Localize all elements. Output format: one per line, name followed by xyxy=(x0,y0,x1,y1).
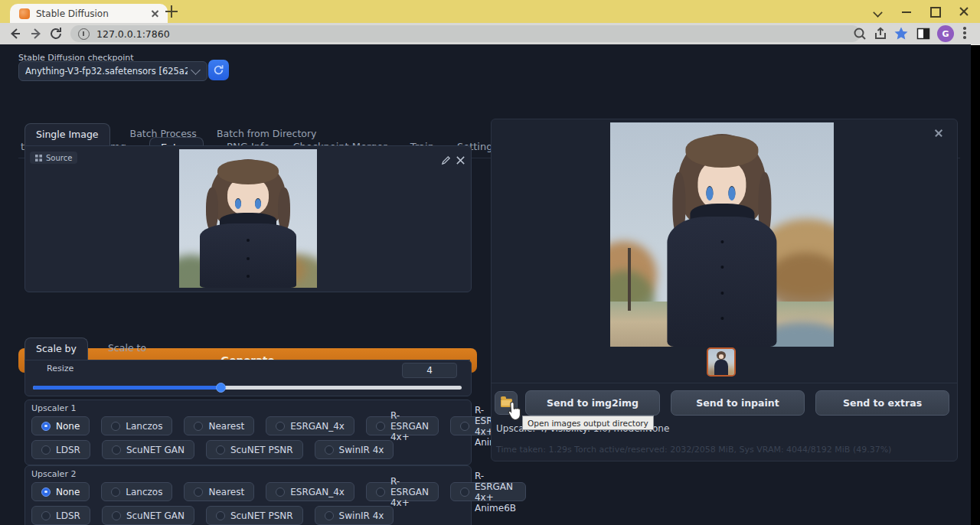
forward-button[interactable] xyxy=(28,26,44,41)
radio-icon xyxy=(276,488,285,497)
clear-image-icon[interactable] xyxy=(456,155,466,165)
source-image xyxy=(179,149,317,288)
upscaler2-option-resrgan-anime6b[interactable]: R-ESRGAN 4x+ Anime6B xyxy=(450,482,526,501)
radio-icon xyxy=(216,445,225,455)
window-close-button[interactable] xyxy=(959,6,969,17)
radio-icon xyxy=(460,488,469,497)
resize-value-input[interactable]: 4 xyxy=(402,363,457,378)
tab-scale-by[interactable]: Scale by xyxy=(24,338,88,360)
source-image-dropzone[interactable]: Source xyxy=(24,145,472,292)
window-maximize-button[interactable] xyxy=(929,6,940,17)
radio-icon xyxy=(111,488,120,497)
gallery-thumbnail-selected[interactable] xyxy=(707,347,736,377)
upscaler2-option-none[interactable]: None xyxy=(31,482,90,501)
gallery-close-icon[interactable] xyxy=(933,128,944,139)
result-image[interactable] xyxy=(610,122,834,347)
new-tab-button[interactable] xyxy=(165,5,178,18)
checkpoint-dropdown[interactable]: Anything-V3-fp32.safetensors [625a2ba2] xyxy=(18,61,207,81)
site-info-icon[interactable] xyxy=(78,28,90,40)
checkpoint-value: Anything-V3-fp32.safetensors [625a2ba2] xyxy=(25,66,188,77)
upscaler2-option-ldsr[interactable]: LDSR xyxy=(31,506,90,525)
gallery-divider xyxy=(492,383,957,383)
upscaler2-label: Upscaler 2 xyxy=(31,469,76,479)
radio-icon xyxy=(194,488,203,497)
upscaler1-option-nearest[interactable]: Nearest xyxy=(184,416,254,435)
radio-icon xyxy=(111,422,120,431)
share-icon[interactable] xyxy=(873,26,888,41)
tab-title: Stable Diffusion xyxy=(36,8,149,19)
resize-slider-handle[interactable] xyxy=(216,383,226,393)
upscaler2-option-scunet-psnr[interactable]: ScuNET PSNR xyxy=(206,506,303,525)
radio-icon xyxy=(41,445,51,455)
edit-image-icon[interactable] xyxy=(441,155,451,165)
radio-icon xyxy=(276,422,285,431)
upscaler2-panel: Upscaler 2 None Lanczos Nearest ESRGAN_4… xyxy=(24,465,472,525)
tooltip: Open images output directory xyxy=(522,416,654,430)
resize-panel: Resize 4 xyxy=(24,360,472,396)
back-button[interactable] xyxy=(8,26,23,41)
upscaler1-option-esrgan4x[interactable]: ESRGAN_4x xyxy=(266,416,354,435)
refresh-checkpoints-button[interactable] xyxy=(208,60,229,80)
reload-button[interactable] xyxy=(48,26,64,41)
radio-icon xyxy=(325,511,334,520)
browser-tab[interactable]: Stable Diffusion xyxy=(10,4,168,23)
tab-scale-to[interactable]: Scale to xyxy=(108,342,146,360)
radio-icon xyxy=(325,445,334,455)
window-minimize-button[interactable] xyxy=(901,6,912,17)
upscaler1-row2: LDSR ScuNET GAN ScuNET PSNR SwinIR 4x xyxy=(31,440,394,459)
send-to-inpaint-button[interactable]: Send to inpaint xyxy=(671,390,805,416)
upscaler1-option-lanczos[interactable]: Lanczos xyxy=(101,416,172,435)
upscaler2-option-lanczos[interactable]: Lanczos xyxy=(101,482,172,501)
upscaler2-option-scunet-gan[interactable]: ScuNET GAN xyxy=(102,506,194,525)
image-grid-icon xyxy=(35,155,42,161)
radio-on-icon xyxy=(41,488,51,497)
send-to-extras-button[interactable]: Send to extras xyxy=(815,390,949,416)
send-to-img2img-button[interactable]: Send to img2img xyxy=(525,390,660,416)
upscaler2-option-swinir4x[interactable]: SwinIR 4x xyxy=(315,506,394,525)
side-panel-icon[interactable] xyxy=(916,26,931,41)
subtab-batch-from-directory[interactable]: Batch from Directory xyxy=(217,128,317,145)
radio-icon xyxy=(460,422,469,431)
address-bar[interactable]: 127.0.0.1:7860 xyxy=(70,25,861,42)
radio-icon xyxy=(376,422,385,431)
browser-tab-strip: Stable Diffusion xyxy=(0,0,980,23)
radio-icon xyxy=(376,488,385,497)
browser-menu-icon[interactable] xyxy=(963,27,966,41)
radio-icon xyxy=(194,422,203,431)
window-menu-chevron-icon[interactable] xyxy=(872,6,883,17)
upscaler2-option-esrgan4x[interactable]: ESRGAN_4x xyxy=(266,482,354,501)
source-label: Source xyxy=(46,154,72,162)
radio-icon xyxy=(112,445,121,455)
tooltip-text: Open images output directory xyxy=(528,419,648,428)
subtab-single-image[interactable]: Single Image xyxy=(24,123,110,146)
upscaler1-option-swinir4x[interactable]: SwinIR 4x xyxy=(315,440,394,459)
profile-avatar[interactable]: G xyxy=(937,25,954,42)
bookmark-star-icon[interactable] xyxy=(893,26,909,41)
upscaler1-option-ldsr[interactable]: LDSR xyxy=(31,440,90,459)
screen: Stable Diffusion 127.0.0.1:7860 G Stable… xyxy=(0,0,980,525)
upscaler1-option-scunet-gan[interactable]: ScuNET GAN xyxy=(102,440,194,459)
resize-slider-fill xyxy=(33,386,220,390)
extras-subtabs: Single Image Batch Process Batch from Di… xyxy=(24,123,470,146)
radio-icon xyxy=(216,511,225,520)
upscaler2-row2: LDSR ScuNET GAN ScuNET PSNR SwinIR 4x xyxy=(31,506,394,525)
chevron-down-icon xyxy=(191,65,201,75)
refresh-icon xyxy=(213,64,224,76)
upscaler2-option-resrgan4x[interactable]: R-ESRGAN 4x+ xyxy=(366,482,439,501)
upscaler2-row1: None Lanczos Nearest ESRGAN_4x R-ESRGAN … xyxy=(31,482,526,501)
upscaler2-option-nearest[interactable]: Nearest xyxy=(184,482,254,501)
scale-tabs: Scale by Scale to xyxy=(24,338,470,360)
upscaler1-option-scunet-psnr[interactable]: ScuNET PSNR xyxy=(206,440,303,459)
subtab-batch-process[interactable]: Batch Process xyxy=(130,128,197,145)
url-text[interactable]: 127.0.0.1:7860 xyxy=(96,28,170,40)
footer-stats-text: Time taken: 1.29s Torch active/reserved:… xyxy=(496,445,891,455)
upscaler1-row1: None Lanczos Nearest ESRGAN_4x R-ESRGAN … xyxy=(31,416,526,435)
favicon-icon xyxy=(19,8,30,19)
tab-close-icon[interactable] xyxy=(149,8,162,20)
upscaler1-option-resrgan4x[interactable]: R-ESRGAN 4x+ xyxy=(366,416,439,435)
upscaler1-option-none[interactable]: None xyxy=(31,416,90,435)
upscaler1-panel: Upscaler 1 None Lanczos Nearest ESRGAN_4… xyxy=(24,399,472,465)
zoom-icon[interactable] xyxy=(852,26,867,41)
hand-cursor-icon xyxy=(507,401,522,421)
radio-icon xyxy=(41,511,51,520)
